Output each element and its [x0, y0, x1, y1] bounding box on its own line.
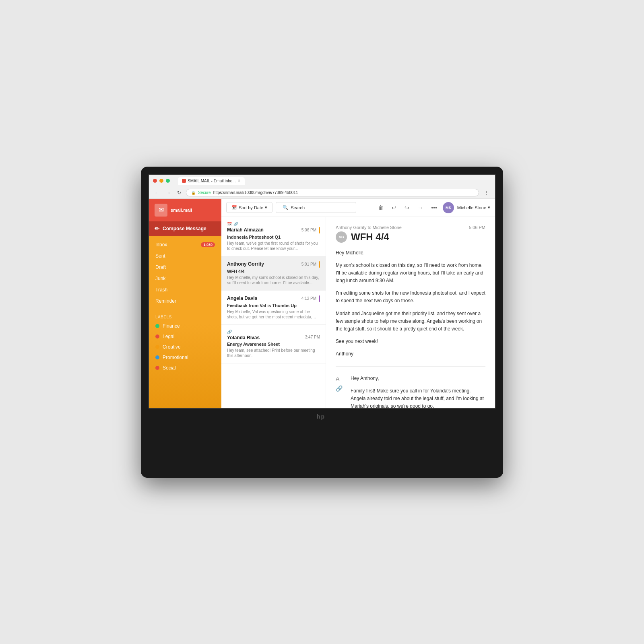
- reply-body: Hey Anthony, Family first! Make sure you…: [347, 375, 485, 408]
- secure-label: Secure: [198, 190, 211, 195]
- window-maximize-button[interactable]: [166, 179, 170, 183]
- url-text: https://smail.mail/10300/nrgdrive/77389.…: [213, 190, 298, 195]
- browser-menu-button[interactable]: ⋮: [482, 189, 491, 197]
- reply-icons: A 🔗: [336, 375, 343, 392]
- tab-label: SMAIL.MAIL - Email inbo...: [188, 179, 236, 183]
- forward-button[interactable]: →: [164, 189, 172, 196]
- app-container: ✉ smail.mail ✏ Compose Message Inbox 1,9…: [149, 199, 495, 408]
- legal-label: Legal: [163, 334, 174, 339]
- search-label: Search: [291, 205, 305, 210]
- redo-button[interactable]: ↪: [402, 203, 412, 213]
- user-name-dropdown[interactable]: Michelle Stone ▾: [457, 205, 490, 210]
- attachment-meta-icon: 🔗: [233, 222, 238, 226]
- compose-button[interactable]: ✏ Compose Message: [149, 221, 221, 236]
- compose-icon: ✏: [155, 225, 159, 232]
- email-sender: Anthony Gorrity: [227, 261, 264, 267]
- reply-a-icon: A: [336, 376, 339, 382]
- email-detail-time: 5:06 PM: [469, 225, 485, 230]
- sidebar-item-junk[interactable]: Junk: [149, 273, 221, 284]
- monitor-logo: hp: [316, 409, 328, 425]
- logo-text: smail.mail: [171, 208, 192, 213]
- user-dropdown-icon: ▾: [488, 205, 490, 210]
- browser-addressbar: ← → ↻ 🔒 Secure https://smail.mail/10300/…: [149, 187, 495, 198]
- more-options-button[interactable]: •••: [429, 203, 440, 213]
- social-dot: [155, 366, 159, 370]
- browser-tab[interactable]: SMAIL.MAIL - Email inbo... ✕: [178, 177, 245, 185]
- email-detail-subject: AG WFH 4/4: [336, 231, 485, 243]
- sidebar-logo: ✉ smail.mail: [149, 199, 221, 221]
- email-item-header: Yolanda Rivas 3:47 PM: [227, 335, 320, 341]
- sender-avatar: AG: [336, 231, 347, 243]
- attachment-meta-icon2: 🔗: [227, 330, 232, 334]
- email-list-item[interactable]: 🔗 Yolanda Rivas 3:47 PM Energy Awareness…: [221, 325, 326, 363]
- email-body-greeting: Hey Michelle,: [336, 249, 485, 257]
- sort-by-date-button[interactable]: 📅 Sort by Date ▾: [226, 202, 272, 213]
- trash-label: Trash: [155, 287, 167, 293]
- email-time: 3:47 PM: [305, 335, 320, 339]
- labels-title: Labels: [149, 313, 221, 321]
- back-button[interactable]: ←: [153, 189, 161, 196]
- undo-button[interactable]: ↩: [389, 203, 399, 213]
- forward-action-button[interactable]: →: [415, 203, 425, 213]
- email-list: 📅 🔗 Mariah Almazan 5:06 PM Indonesia Pho…: [221, 217, 326, 408]
- logo-icon: ✉: [155, 204, 167, 217]
- email-divider: [336, 366, 485, 367]
- email-body-sig: Anthony: [336, 350, 485, 358]
- reminder-label: Reminder: [155, 298, 176, 304]
- email-body-p1: My son's school is closed on this day, s…: [336, 262, 485, 285]
- promotional-label: Promotional: [163, 355, 188, 360]
- delete-button[interactable]: 🗑: [376, 203, 386, 213]
- creative-label: Creative: [163, 344, 181, 350]
- email-item-header: Mariah Almazan 5:06 PM: [227, 227, 320, 233]
- email-preview: Hey Michelle, Val was questioning some o…: [227, 309, 320, 320]
- refresh-button[interactable]: ↻: [175, 189, 183, 196]
- label-promotional[interactable]: Promotional: [149, 352, 221, 363]
- label-social[interactable]: Social: [149, 363, 221, 373]
- email-sender: Yolanda Rivas: [227, 335, 260, 341]
- user-name-text: Michelle Stone: [457, 205, 486, 210]
- email-time: 5:06 PM: [301, 227, 320, 233]
- monitor-stand-neck: [310, 425, 334, 458]
- sidebar-item-reminder[interactable]: Reminder: [149, 295, 221, 307]
- labels-section: Labels Finance Legal Creative: [149, 310, 221, 376]
- window-minimize-button[interactable]: [159, 179, 163, 183]
- compose-label: Compose Message: [163, 226, 206, 231]
- monitor-screen: SMAIL.MAIL - Email inbo... ✕ ← → ↻ 🔒 Sec…: [148, 174, 496, 409]
- email-subject: Energy Awareness Sheet: [227, 342, 320, 347]
- email-list-item[interactable]: Angela Davis 4:12 PM Feedback from Val i…: [221, 291, 326, 325]
- email-detail-header: Anthony Gorrity to Michelle Stone 5:06 P…: [336, 225, 485, 230]
- calendar-meta-icon: 📅: [227, 222, 232, 226]
- search-button[interactable]: 🔍 Search: [276, 202, 356, 213]
- address-bar[interactable]: 🔒 Secure https://smail.mail/10300/nrgdri…: [186, 189, 479, 196]
- junk-label: Junk: [155, 276, 165, 281]
- search-icon: 🔍: [283, 205, 288, 210]
- label-legal[interactable]: Legal: [149, 331, 221, 342]
- label-finance[interactable]: Finance: [149, 321, 221, 331]
- browser-titlebar: SMAIL.MAIL - Email inbo... ✕: [149, 175, 495, 187]
- reply-section: A 🔗 Hey Anthony, Family first! Make sure…: [336, 375, 485, 408]
- email-preview: Hey team, we've got the first round of s…: [227, 241, 320, 251]
- monitor: SMAIL.MAIL - Email inbo... ✕ ← → ↻ 🔒 Sec…: [141, 167, 503, 478]
- reply-greeting: Hey Anthony,: [351, 375, 485, 382]
- calendar-icon: 📅: [231, 205, 237, 210]
- sidebar-item-draft[interactable]: Draft: [149, 262, 221, 273]
- window-close-button[interactable]: [153, 179, 157, 183]
- email-list-item[interactable]: 📅 🔗 Mariah Almazan 5:06 PM Indonesia Pho…: [221, 217, 326, 256]
- email-preview: Hey Michelle, my son's school is closed …: [227, 275, 320, 285]
- sent-label: Sent: [155, 253, 165, 259]
- label-creative[interactable]: Creative: [149, 342, 221, 352]
- legal-dot: [155, 334, 159, 339]
- monitor-stand-base: [262, 458, 382, 470]
- email-body: Hey Michelle, My son's school is closed …: [336, 249, 485, 358]
- sort-label: Sort by Date: [239, 205, 263, 210]
- social-label: Social: [163, 365, 176, 371]
- email-list-item[interactable]: Anthony Gorrity 5:01 PM WFH 4/4 Hey Mich…: [221, 256, 326, 291]
- browser-chrome: SMAIL.MAIL - Email inbo... ✕ ← → ↻ 🔒 Sec…: [149, 175, 495, 199]
- email-sender: Angela Davis: [227, 295, 257, 301]
- email-body-p3: Mariah and Jacqueline got me their prior…: [336, 310, 485, 333]
- sidebar-item-trash[interactable]: Trash: [149, 284, 221, 295]
- tab-close-icon[interactable]: ✕: [237, 179, 241, 183]
- promotional-dot: [155, 355, 159, 359]
- sidebar-item-sent[interactable]: Sent: [149, 250, 221, 262]
- sidebar-item-inbox[interactable]: Inbox 1,939: [149, 239, 221, 250]
